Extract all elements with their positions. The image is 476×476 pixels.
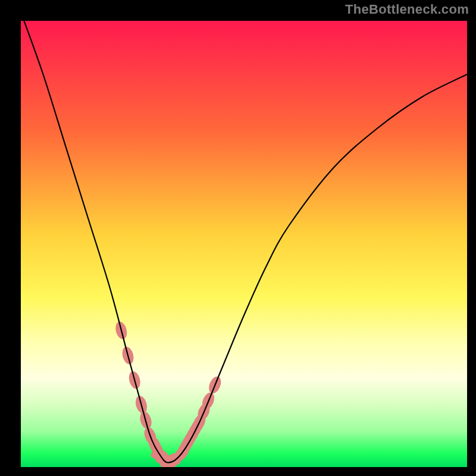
marker-dots-group — [114, 321, 223, 468]
plot-area — [21, 21, 467, 467]
watermark-text: TheBottleneck.com — [345, 2, 469, 17]
chart-svg — [21, 21, 467, 467]
bottleneck-curve — [21, 21, 467, 463]
chart-frame: TheBottleneck.com — [0, 0, 476, 476]
